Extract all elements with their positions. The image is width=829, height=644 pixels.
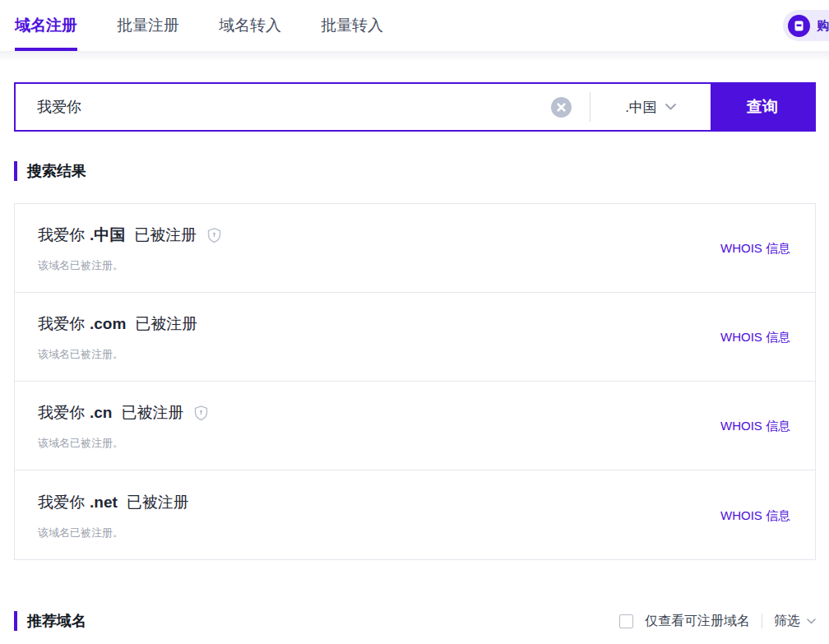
whois-info-link[interactable]: WHOIS 信息: [720, 508, 790, 524]
search-results-header: 搜索结果: [14, 161, 816, 181]
result-description: 该域名已被注册。: [38, 436, 209, 451]
result-domain-line: 我爱你.中国 已被注册: [38, 225, 222, 246]
search-results-title: 搜索结果: [14, 161, 86, 181]
whois-info-link[interactable]: WHOIS 信息: [720, 419, 790, 434]
tab-batch-register[interactable]: 批量注册: [117, 0, 179, 51]
header-shadow-band: [0, 51, 829, 62]
result-row: 我爱你.cn 已被注册 该域名已被注册。 WHOIS 信息: [15, 382, 815, 470]
clear-input-icon[interactable]: [551, 97, 572, 118]
recommend-header: 推荐域名 仅查看可注册域名 筛选: [14, 611, 816, 631]
result-description: 该域名已被注册。: [38, 526, 189, 540]
nav-tabs: 域名注册 批量注册 域名转入 批量转入: [15, 0, 383, 51]
search-field-area: .中国: [16, 84, 711, 130]
tld-select[interactable]: .中国: [590, 98, 711, 117]
result-domain-line: 我爱你.com 已被注册: [38, 313, 197, 335]
controls-divider: [762, 614, 762, 628]
top-tab-bar: 域名注册 批量注册 域名转入 批量转入 购买清单: [0, 0, 829, 51]
recommend-title: 推荐域名: [14, 611, 86, 631]
result-info: 我爱你.net 已被注册 该域名已被注册。: [38, 492, 189, 540]
domain-name: 我爱你: [38, 402, 85, 424]
result-row: 我爱你.net 已被注册 该域名已被注册。 WHOIS 信息: [15, 470, 815, 559]
recommend-controls: 仅查看可注册域名 筛选: [619, 613, 816, 630]
only-registrable-checkbox[interactable]: [619, 614, 633, 628]
tab-domain-transfer-in[interactable]: 域名转入: [219, 0, 281, 51]
domain-name: 我爱你: [38, 225, 85, 246]
whois-info-link[interactable]: WHOIS 信息: [720, 241, 790, 257]
tab-batch-transfer-in[interactable]: 批量转入: [321, 0, 383, 51]
domain-status: 已被注册: [134, 225, 197, 246]
result-domain-line: 我爱你.net 已被注册: [38, 492, 189, 513]
filter-label: 筛选: [774, 613, 800, 630]
domain-search-bar: .中国 查询: [14, 82, 816, 132]
purchase-list-label: 购买清单: [817, 18, 829, 34]
tld-selected-value: .中国: [625, 98, 657, 117]
shield-icon: [206, 227, 222, 243]
filter-dropdown[interactable]: 筛选: [774, 613, 816, 630]
chevron-down-icon: [665, 104, 676, 110]
shield-icon: [193, 405, 209, 421]
purchase-list-button[interactable]: 购买清单: [783, 10, 829, 41]
domain-tld: .中国: [90, 225, 125, 246]
results-list: 我爱你.中国 已被注册 该域名已被注册。 WHOIS 信息 我爱你.co: [15, 204, 815, 559]
domain-name: 我爱你: [38, 492, 85, 513]
purchase-list-icon: [788, 15, 810, 37]
only-registrable-label[interactable]: 仅查看可注册域名: [645, 613, 750, 630]
search-results-card: 我爱你.中国 已被注册 该域名已被注册。 WHOIS 信息 我爱你.co: [14, 203, 816, 560]
chevron-down-icon: [807, 619, 816, 624]
domain-status: 已被注册: [121, 402, 183, 424]
domain-tld: .com: [90, 315, 126, 333]
result-row: 我爱你.com 已被注册 该域名已被注册。 WHOIS 信息: [15, 293, 815, 382]
domain-tld: .cn: [90, 404, 112, 422]
domain-name: 我爱你: [38, 313, 85, 335]
tab-domain-register[interactable]: 域名注册: [15, 0, 77, 51]
result-domain-line: 我爱你.cn 已被注册: [38, 402, 209, 424]
search-query-button[interactable]: 查询: [711, 84, 814, 130]
result-row: 我爱你.中国 已被注册 该域名已被注册。 WHOIS 信息: [15, 204, 815, 293]
result-info: 我爱你.com 已被注册 该域名已被注册。: [38, 313, 197, 362]
result-info: 我爱你.cn 已被注册 该域名已被注册。: [38, 402, 209, 451]
domain-search-input[interactable]: [37, 99, 551, 116]
domain-tld: .net: [90, 493, 118, 512]
domain-status: 已被注册: [127, 492, 189, 513]
result-info: 我爱你.中国 已被注册 该域名已被注册。: [38, 225, 222, 273]
whois-info-link[interactable]: WHOIS 信息: [720, 330, 790, 345]
domain-status: 已被注册: [135, 313, 197, 335]
result-description: 该域名已被注册。: [38, 258, 222, 273]
result-description: 该域名已被注册。: [38, 347, 197, 362]
